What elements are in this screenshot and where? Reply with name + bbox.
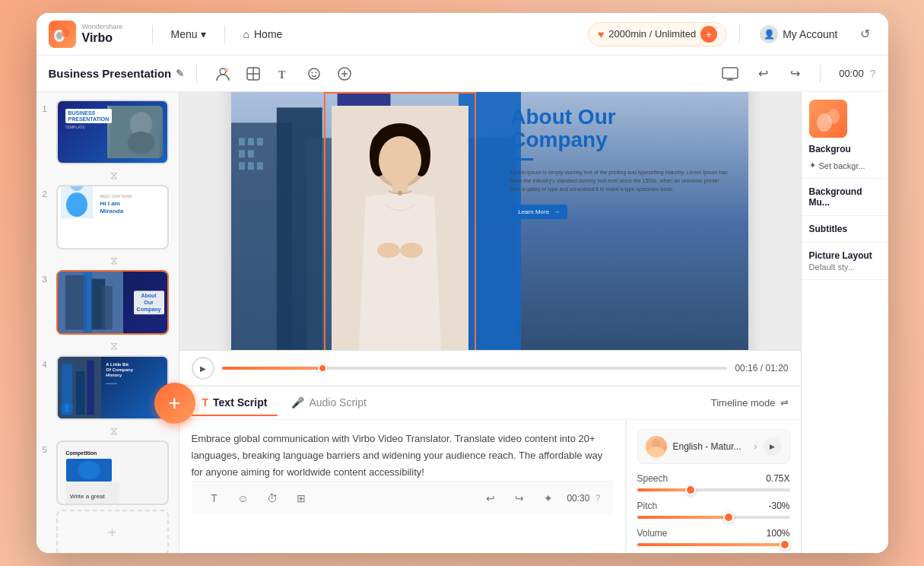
set-background-button[interactable]: ✦ Set backgr... xyxy=(809,161,865,170)
timer-button[interactable]: ⏱ xyxy=(262,488,283,509)
speech-slider[interactable] xyxy=(637,488,790,491)
slide-separator-4: ⧖ xyxy=(56,424,173,437)
slide-1-title: BUSINESSPRESENTATION xyxy=(65,109,113,123)
emoji-button[interactable]: ☺ xyxy=(233,488,254,509)
undo-button[interactable]: ↩ xyxy=(750,61,776,87)
svg-point-80 xyxy=(827,109,840,124)
project-name: Business Presentation xyxy=(49,67,172,80)
script-text-content: Embrace global communication with Virbo … xyxy=(192,431,613,481)
help-icon[interactable]: ? xyxy=(870,68,876,80)
tab-audio-script[interactable]: 🎤 Audio Script xyxy=(281,390,376,416)
magic-button[interactable]: ✦ xyxy=(538,488,559,509)
account-label: My Account xyxy=(783,28,837,40)
svg-rect-51 xyxy=(239,162,245,170)
bg-music-label: Background Mu... xyxy=(809,186,881,208)
background-section: Backgrou ✦ Set backgr... xyxy=(802,92,888,179)
svg-point-4 xyxy=(220,68,226,75)
text-script-icon: T xyxy=(202,396,209,409)
history-button[interactable]: ↺ xyxy=(855,24,876,45)
slide-number-1: 1 xyxy=(43,104,52,113)
slide-thumb-3[interactable]: AboutOurCompany xyxy=(56,270,169,335)
arrow-right-icon: → xyxy=(554,208,560,215)
add-credits-button[interactable]: + xyxy=(700,26,717,43)
add-slide-button[interactable]: + xyxy=(56,510,169,553)
preview-button[interactable] xyxy=(716,60,744,87)
slide-thumb-wrapper-3: AboutOurCompany xyxy=(56,270,173,335)
voice-selector[interactable]: English - Matur... › ▶ xyxy=(637,429,790,464)
script-toolbar: T ☺ ⏱ ⊞ ↩ ↪ ✦ 00:30 ? xyxy=(192,481,613,515)
slide-thumb-wrapper-5: Competition Write a great xyxy=(56,440,173,505)
script-undo-button[interactable]: ↩ xyxy=(480,488,501,509)
center-area: About Our Company Lorem Ipsum is simply … xyxy=(179,92,801,553)
text-script-label: Text Script xyxy=(213,396,267,409)
slide-body-text: Lorem Ipsum is simply dummy text of the … xyxy=(510,168,728,194)
account-button[interactable]: 👤 My Account xyxy=(752,22,845,46)
svg-rect-50 xyxy=(248,150,254,157)
svg-point-74 xyxy=(398,191,402,196)
sticker-tool-button[interactable] xyxy=(240,60,267,87)
add-element-button[interactable] xyxy=(331,60,358,87)
timeline-mode-label: Timeline mode xyxy=(711,397,776,409)
list-item: 1 BUSINESSPRESENTATION TEMPLATE xyxy=(43,100,173,164)
emoji-tool-button[interactable] xyxy=(300,60,328,87)
play-button[interactable]: ▶ xyxy=(192,357,214,380)
avatar-tool-button[interactable] xyxy=(209,60,237,87)
top-nav: Wondershare Virbo Menu ▾ ⌂ Home ♥ 2000mi… xyxy=(37,13,888,56)
svg-rect-47 xyxy=(248,138,254,145)
pitch-slider[interactable] xyxy=(637,516,790,519)
pitch-thumb[interactable] xyxy=(723,512,734,523)
picture-layout-section: Picture Layout Default sty... xyxy=(802,243,888,280)
script-text-panel: Embrace global communication with Virbo … xyxy=(179,420,626,553)
tab-text-script[interactable]: T Text Script xyxy=(192,390,278,416)
slide-thumb-5[interactable]: Competition Write a great xyxy=(56,440,169,505)
background-preview xyxy=(809,100,847,138)
slide-2-image xyxy=(61,185,93,218)
home-icon: ⌂ xyxy=(243,28,249,40)
redo-button[interactable]: ↪ xyxy=(782,61,808,87)
menu-button[interactable]: Menu ▾ xyxy=(165,25,212,43)
slide-thumb-2[interactable]: MEET OUR TEAM Hi I amMiranda xyxy=(56,185,169,250)
help-circle-icon[interactable]: ? xyxy=(595,493,601,504)
home-label: Home xyxy=(254,28,282,40)
separator-icon-4: ⧖ xyxy=(110,424,118,437)
credits-display[interactable]: ♥ 2000min / Unlimited + xyxy=(588,22,727,46)
timeline-mode-button[interactable]: Timeline mode ⇌ xyxy=(711,397,789,409)
edit-title-icon[interactable]: ✎ xyxy=(176,68,184,79)
heart-icon: ♥ xyxy=(598,28,604,40)
menu-label: Menu xyxy=(171,28,198,40)
table-button[interactable]: ⊞ xyxy=(291,488,312,509)
bg-music-section: Background Mu... xyxy=(802,179,888,216)
volume-thumb[interactable] xyxy=(780,539,790,550)
nav-divider-3 xyxy=(739,25,740,43)
pitch-param: Pitch -30% xyxy=(637,501,790,519)
speech-thumb[interactable] xyxy=(685,485,696,495)
fab-plus-icon: + xyxy=(168,391,180,415)
slide-thumb-4[interactable]: A Little BitOf CompanyHistory ━━━━━ 👤 xyxy=(56,355,169,420)
default-style-value: Default sty... xyxy=(809,262,881,272)
svg-rect-46 xyxy=(239,138,245,145)
format-text-button[interactable]: T xyxy=(204,488,225,509)
separator-icon-1: ⧖ xyxy=(110,169,118,182)
slide-separator-2: ⧖ xyxy=(56,254,173,267)
volume-slider[interactable] xyxy=(637,543,790,546)
svg-rect-32 xyxy=(76,371,84,415)
svg-rect-29 xyxy=(83,272,91,333)
presenter-image xyxy=(332,106,468,351)
slide-thumb-1[interactable]: BUSINESSPRESENTATION TEMPLATE xyxy=(56,100,169,164)
set-bg-label: Set backgr... xyxy=(819,161,865,170)
add-media-fab[interactable]: + xyxy=(154,383,195,424)
timecode-display: 00:00 xyxy=(839,68,864,79)
list-item: 3 xyxy=(43,270,173,335)
slide-separator-3: ⧖ xyxy=(56,339,173,352)
text-tool-button[interactable]: T xyxy=(270,60,297,87)
logo-brand-main: Virbo xyxy=(82,31,123,45)
volume-param: Volume 100% xyxy=(637,528,790,546)
home-button[interactable]: ⌂ Home xyxy=(237,25,289,43)
learn-more-button[interactable]: Learn More → xyxy=(510,205,567,219)
script-redo-button[interactable]: ↪ xyxy=(509,488,530,509)
set-bg-icon: ✦ xyxy=(809,161,816,170)
progress-track[interactable] xyxy=(222,367,728,370)
nav-divider-1 xyxy=(152,25,153,43)
voice-preview-button[interactable]: ▶ xyxy=(764,437,782,456)
slide-4-title: A Little BitOf CompanyHistory xyxy=(106,362,161,379)
